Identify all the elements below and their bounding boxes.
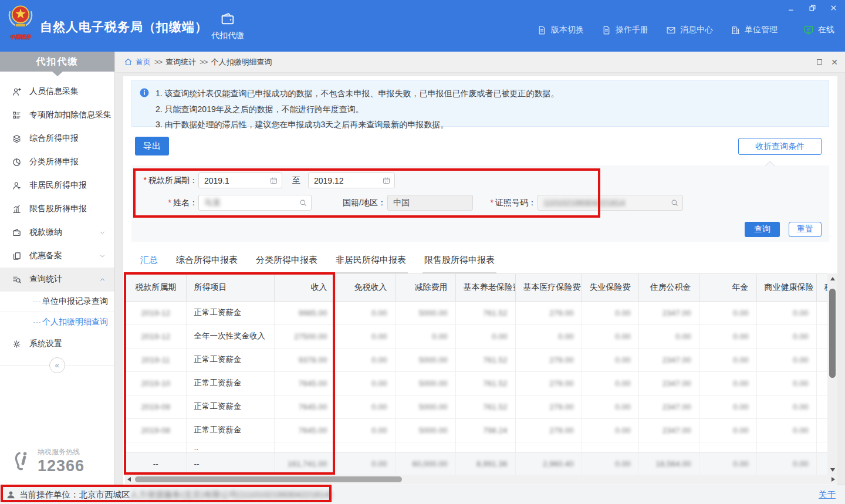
sidebar-item[interactable]: 优惠备案 xyxy=(0,244,114,268)
sidebar-collapse-button[interactable]: « xyxy=(49,357,65,373)
breadcrumb-home[interactable]: 首页 xyxy=(136,57,151,67)
sidebar-item-label: 系统设置 xyxy=(29,339,62,349)
table-cell-value: 0.00 xyxy=(558,332,573,341)
table-cell-value: 0.00 xyxy=(733,379,748,388)
breadcrumb-item[interactable]: 个人扣缴明细查询 xyxy=(211,57,272,66)
current-unit-label: 当前操作单位：北京市西城区 xyxy=(19,489,130,500)
table-row[interactable]: ----161,741.000.0060,000.008,991.362,960… xyxy=(126,452,827,475)
notice-lines: 1. 该查询统计表仅能查询已申报成功的数据，不包含未申报、申报失败，已申报但已作… xyxy=(156,86,559,126)
tab-withholding-module[interactable]: 代扣代缴 xyxy=(204,11,251,41)
header-menu-item[interactable]: 操作手册 xyxy=(601,25,648,35)
table-cell-value: 761.52 xyxy=(483,309,507,317)
frame-maximize-icon[interactable] xyxy=(817,59,822,65)
caret-up-icon xyxy=(765,161,775,166)
horizontal-scrollbar-thumb[interactable] xyxy=(135,476,402,482)
result-tabs: 汇总综合所得申报表分类所得申报表非居民所得申报表限售股所得申报表 xyxy=(138,252,496,273)
table-cell-value: 5000.00 xyxy=(419,426,448,435)
vertical-scrollbar-thumb[interactable] xyxy=(829,289,836,378)
table-cell-value: .. xyxy=(194,443,199,452)
horizontal-scrollbar[interactable] xyxy=(125,475,837,484)
header-menu-item[interactable]: 单位管理 xyxy=(731,25,778,35)
breadcrumb-item[interactable]: 查询统计 xyxy=(165,57,196,66)
result-table-wrap: 税款所属期所得项目收入免税收入减除费用基本养老保险费基本医疗保险费失业保险费住房… xyxy=(125,273,827,475)
id-number-input[interactable]: 110102199304221814 xyxy=(538,195,683,211)
tab-report[interactable]: 限售股所得申报表 xyxy=(422,252,496,273)
table-row[interactable]: 2019-12正常工资薪金9985.000.005000.00761.52279… xyxy=(126,301,827,324)
person-icon xyxy=(12,181,22,191)
restore-icon[interactable] xyxy=(806,2,818,13)
table-cell-value: 279.00 xyxy=(549,356,573,364)
calendar-icon[interactable] xyxy=(269,176,278,185)
sidebar-item[interactable]: 系统设置 xyxy=(0,332,114,356)
scroll-left-icon[interactable] xyxy=(125,475,133,484)
sidebar-item[interactable]: 税款缴纳 xyxy=(0,221,114,244)
sidebar-subitem[interactable]: 单位申报记录查询 xyxy=(0,291,114,312)
user-icon xyxy=(6,490,16,500)
export-button[interactable]: 导出 xyxy=(135,137,169,155)
header-menu-item[interactable]: 消息中心 xyxy=(666,25,713,35)
collapse-query-button[interactable]: 收折查询条件 xyxy=(738,138,822,155)
table-row[interactable]: 2019-12全年一次性奖金收入27500.000.000.000.000.00… xyxy=(126,324,827,348)
building-icon xyxy=(731,25,741,35)
table-cell-value: 0.00 xyxy=(615,379,630,388)
table-row[interactable]: 2019-10正常工资薪金7645.000.005000.00761.52279… xyxy=(126,371,827,395)
header-menu-item[interactable]: 版本切换 xyxy=(537,25,584,35)
toolbar: 导出 收折查询条件 xyxy=(131,135,822,157)
table-row[interactable]: 2019-08正常工资薪金7645.000.005000.00798.24279… xyxy=(126,418,827,442)
search-icon[interactable] xyxy=(299,198,307,207)
document-icon xyxy=(537,25,547,35)
table-cell-value: 0.00 xyxy=(615,459,630,468)
nationality-label: 国籍/地区： xyxy=(329,198,386,208)
reset-button[interactable]: 重置 xyxy=(789,222,822,237)
sidebar-item[interactable]: 综合所得申报 xyxy=(0,127,114,150)
table-cell-value: 0.00 xyxy=(615,356,630,364)
table-header-cell: 商业健康保险 xyxy=(756,274,816,301)
period-to-input[interactable]: 2019.12 xyxy=(308,172,395,188)
sidebar-subitem[interactable]: 个人扣缴明细查询 xyxy=(0,312,114,332)
table-cell-value: 0.00 xyxy=(371,426,387,435)
wallet-icon xyxy=(219,11,236,27)
hotline-block: 纳税服务热线 12366 xyxy=(8,447,84,475)
tab-report[interactable]: 分类所得申报表 xyxy=(254,252,319,273)
search-icon[interactable] xyxy=(670,198,679,207)
table-cell-value: 279.00 xyxy=(549,379,573,388)
scroll-down-icon[interactable] xyxy=(827,465,837,474)
minimize-icon[interactable] xyxy=(785,2,797,13)
close-icon[interactable] xyxy=(827,2,839,13)
breadcrumb-separator: >> xyxy=(154,57,162,66)
vertical-scrollbar[interactable] xyxy=(827,273,837,475)
table-cell-value: 0.00 xyxy=(793,309,808,317)
scroll-up-icon[interactable] xyxy=(827,274,837,283)
hotline-icon xyxy=(8,448,34,474)
sidebar-item[interactable]: 分类所得申报 xyxy=(0,150,114,174)
name-input[interactable]: 马某 xyxy=(198,195,312,211)
sidebar-item[interactable]: 非居民所得申报 xyxy=(0,174,114,197)
table-cell-value: 0.00 xyxy=(432,332,447,341)
tab-report[interactable]: 综合所得申报表 xyxy=(174,252,239,273)
tab-report[interactable]: 非居民所得申报表 xyxy=(334,252,408,273)
period-label: *税款所属期： xyxy=(131,175,198,186)
document-icon xyxy=(601,25,611,35)
about-link[interactable]: 关于 xyxy=(819,489,836,500)
table-cell-value: 2019-11 xyxy=(141,356,170,364)
sidebar-item[interactable]: 专项附加扣除信息采集 xyxy=(0,103,114,127)
scroll-right-icon[interactable] xyxy=(829,475,837,484)
sidebar-item[interactable]: 查询统计 xyxy=(0,268,114,291)
table-row[interactable]: 2019-09正常工资薪金7645.000.005000.00761.52279… xyxy=(126,395,827,418)
sidebar-item[interactable]: 人员信息采集 xyxy=(0,80,114,103)
tab-active[interactable]: 汇总 xyxy=(138,252,160,273)
hotline-label: 纳税服务热线 xyxy=(38,447,84,457)
name-label: *姓名： xyxy=(131,198,198,208)
search-button[interactable]: 查询 xyxy=(745,222,780,237)
notice-line: 2. 只能查询2019年及之后的数据，不能进行跨年度查询。 xyxy=(156,102,559,117)
table-row[interactable]: .. xyxy=(126,442,827,452)
calendar-icon[interactable] xyxy=(382,176,391,185)
table-cell-value: 正常工资薪金 xyxy=(194,402,242,411)
online-status[interactable]: 在线 xyxy=(803,25,834,35)
bar-chart-icon xyxy=(12,204,22,214)
sidebar-item[interactable]: 限售股所得申报 xyxy=(0,197,114,221)
period-from-input[interactable]: 2019.1 xyxy=(198,172,282,188)
header-menu-label: 操作手册 xyxy=(616,25,648,35)
frame-close-icon[interactable]: ✕ xyxy=(831,57,838,67)
table-row[interactable]: 2019-11正常工资薪金9378.000.005000.00761.52279… xyxy=(126,348,827,371)
